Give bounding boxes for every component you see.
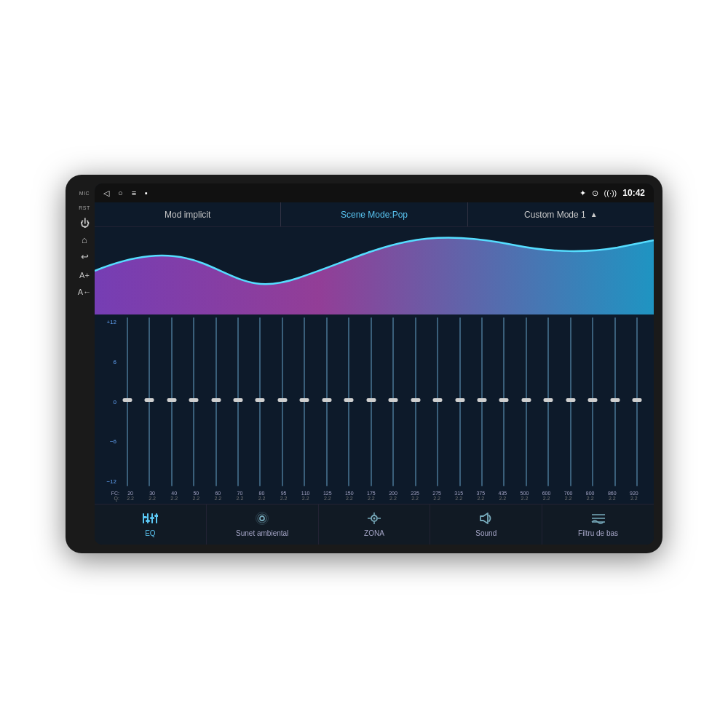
fc-value-275: 275: [426, 491, 448, 496]
q-value-30: 2.2: [141, 496, 163, 501]
volume-down-button[interactable]: A←: [78, 288, 91, 296]
slider-col-375: [471, 317, 492, 486]
slider-track-30[interactable]: [149, 317, 150, 486]
sliders-row: [116, 314, 648, 489]
tab-custom-mode[interactable]: Custom Mode 1 ▲: [468, 202, 654, 226]
slider-thumb-150[interactable]: [344, 398, 354, 402]
side-buttons-panel: MIC RST ⏻ ⌂ ↩ A+ A←: [74, 183, 95, 545]
q-value-95: 2.2: [273, 496, 295, 501]
slider-track-700[interactable]: [570, 317, 571, 486]
freq-label-375: 3752.2: [470, 491, 491, 501]
location-icon: ⊙: [592, 189, 598, 198]
tab-scene-mode[interactable]: Scene Mode:Pop: [281, 202, 467, 226]
slider-track-235[interactable]: [415, 317, 416, 486]
slider-track-435[interactable]: [503, 317, 505, 486]
fc-value-125: 125: [317, 491, 339, 496]
svg-marker-17: [480, 513, 488, 523]
q-value-700: 2.2: [558, 496, 579, 501]
slider-track-315[interactable]: [459, 317, 461, 486]
slider-thumb-500[interactable]: [521, 398, 531, 402]
status-bar: ◁ ○ ≡ ▪ ✦ ⊙ ((·)) 10:42: [95, 183, 654, 202]
slider-col-150: [339, 317, 360, 486]
slider-track-375[interactable]: [481, 317, 483, 486]
tab-mod-implicit[interactable]: Mod implicit: [95, 202, 281, 226]
freq-label-700: 7002.2: [558, 491, 579, 501]
slider-thumb-435[interactable]: [499, 398, 509, 402]
slider-track-275[interactable]: [437, 317, 438, 486]
custom-mode-arrow-icon: ▲: [590, 210, 598, 218]
home-button[interactable]: ⌂: [82, 235, 87, 245]
volume-up-button[interactable]: A+: [79, 272, 90, 280]
slider-track-150[interactable]: [348, 317, 349, 486]
slider-track-200[interactable]: [392, 317, 394, 486]
slider-track-175[interactable]: [371, 317, 372, 486]
slider-track-95[interactable]: [282, 317, 283, 486]
slider-track-110[interactable]: [304, 317, 305, 486]
slider-track-80[interactable]: [259, 317, 261, 486]
slider-thumb-110[interactable]: [300, 398, 309, 402]
slider-thumb-375[interactable]: [477, 398, 486, 402]
slider-thumb-30[interactable]: [145, 398, 154, 402]
slider-track-800[interactable]: [592, 317, 593, 486]
slider-thumb-125[interactable]: [322, 398, 331, 402]
bluetooth-icon: ✦: [579, 189, 586, 198]
q-value-500: 2.2: [513, 496, 535, 501]
slider-thumb-800[interactable]: [588, 398, 598, 402]
nav-item-filtru[interactable]: Filtru de bas: [542, 505, 654, 545]
slider-thumb-275[interactable]: [433, 398, 443, 402]
slider-track-125[interactable]: [326, 317, 328, 486]
status-indicators: ✦ ⊙ ((·)) 10:42: [579, 188, 645, 198]
slider-thumb-700[interactable]: [566, 398, 575, 402]
power-button[interactable]: ⏻: [80, 218, 90, 228]
slider-thumb-235[interactable]: [411, 398, 420, 402]
slider-col-700: [560, 317, 581, 486]
fc-value-500: 500: [513, 491, 535, 496]
slider-thumb-600[interactable]: [544, 398, 553, 402]
nav-item-eq[interactable]: EQ: [95, 505, 207, 545]
scale-6: 6: [100, 359, 116, 365]
nav-item-zona[interactable]: ZONA: [319, 505, 431, 545]
slider-thumb-80[interactable]: [256, 398, 265, 402]
slider-track-500[interactable]: [526, 317, 527, 486]
nav-item-sound[interactable]: Sound: [430, 505, 542, 545]
slider-track-600[interactable]: [547, 317, 549, 486]
slider-track-70[interactable]: [237, 317, 239, 486]
slider-thumb-860[interactable]: [610, 398, 620, 402]
fc-value-175: 175: [360, 491, 382, 496]
fc-value-200: 200: [382, 491, 404, 496]
clock: 10:42: [622, 188, 645, 198]
freq-labels: FC:Q: 202.2302.2402.2502.2602.2702.2802.…: [100, 489, 648, 504]
svg-point-9: [258, 514, 266, 523]
slider-thumb-920[interactable]: [633, 398, 642, 402]
slider-thumb-95[interactable]: [277, 398, 287, 402]
slider-col-435: [494, 317, 515, 486]
slider-thumb-50[interactable]: [189, 398, 199, 402]
back-nav-icon[interactable]: ◁: [103, 189, 109, 198]
slider-thumb-40[interactable]: [167, 398, 176, 402]
q-value-175: 2.2: [360, 496, 382, 501]
home-nav-icon[interactable]: ○: [118, 189, 123, 197]
slider-thumb-175[interactable]: [366, 398, 376, 402]
freq-label-30: 302.2: [141, 491, 163, 501]
slider-thumb-20[interactable]: [122, 398, 132, 402]
slider-col-80: [250, 317, 271, 486]
slider-thumb-315[interactable]: [455, 398, 464, 402]
recent-nav-icon[interactable]: ▪: [145, 189, 148, 197]
slider-track-860[interactable]: [614, 317, 616, 486]
slider-col-860: [604, 317, 625, 486]
slider-track-50[interactable]: [193, 317, 194, 486]
slider-track-20[interactable]: [127, 317, 128, 486]
slider-thumb-70[interactable]: [233, 398, 242, 402]
slider-col-125: [316, 317, 337, 486]
freq-label-860: 8602.2: [601, 491, 623, 501]
slider-track-60[interactable]: [215, 317, 217, 486]
slider-track-40[interactable]: [171, 317, 173, 486]
back-button[interactable]: ↩: [81, 252, 89, 261]
slider-thumb-60[interactable]: [211, 398, 221, 402]
svg-rect-1: [143, 516, 147, 518]
menu-nav-icon[interactable]: ≡: [132, 189, 136, 197]
nav-item-ambient[interactable]: Sunet ambiental: [207, 505, 319, 545]
ambient-icon: [254, 512, 270, 527]
slider-track-920[interactable]: [636, 317, 638, 486]
slider-thumb-200[interactable]: [389, 398, 398, 402]
